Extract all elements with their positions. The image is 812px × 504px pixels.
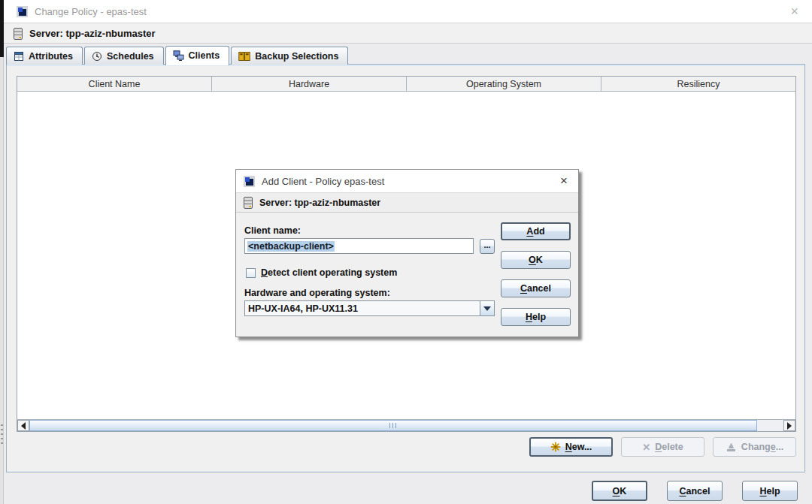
tab-attributes[interactable]: Attributes — [6, 47, 83, 65]
dialog-close-icon[interactable]: × — [557, 174, 571, 188]
dialog-ok-label: OK — [529, 255, 543, 265]
browse-button[interactable]: ... — [480, 239, 495, 254]
hardware-os-value: HP-UX-IA64, HP-UX11.31 — [248, 303, 358, 314]
hardware-os-select[interactable]: HP-UX-IA64, HP-UX11.31 — [244, 300, 495, 316]
window-title: Change Policy - epas-test — [35, 6, 147, 17]
tab-label: Schedules — [107, 51, 154, 62]
column-header-client-name[interactable]: Client Name — [17, 77, 212, 91]
tab-label: Backup Selections — [255, 51, 338, 62]
tab-label: Clients — [189, 50, 220, 61]
tab-clients[interactable]: Clients — [165, 46, 230, 65]
server-icon — [14, 28, 23, 40]
client-action-buttons: New... ✕ Delete Change... — [529, 437, 796, 457]
cancel-button[interactable]: Cancel — [667, 481, 723, 501]
server-bar: Server: tpp-aziz-nbumaster — [4, 24, 812, 44]
scrollbar-thumb[interactable] — [29, 420, 757, 431]
column-header-resiliency[interactable]: Resiliency — [601, 77, 795, 91]
backup-selections-icon — [238, 51, 250, 62]
scroll-right-button[interactable] — [783, 420, 795, 431]
detect-os-label: Detect client operating system — [261, 267, 397, 278]
hardware-os-label: Hardware and operating system: — [244, 288, 390, 298]
add-client-dialog: Add Client - Policy epas-test × Server: … — [235, 169, 579, 337]
column-header-operating-system[interactable]: Operating System — [407, 77, 601, 91]
dialog-cancel-label: Cancel — [520, 283, 551, 294]
triangle-left-icon — [21, 422, 26, 430]
client-name-value: <netbackup-client> — [247, 241, 335, 252]
tab-backup-selections[interactable]: Backup Selections — [231, 47, 348, 65]
column-header-hardware[interactable]: Hardware — [212, 77, 407, 91]
schedules-clock-icon — [92, 51, 102, 62]
add-label: Add — [526, 226, 544, 237]
window-footer: OK Cancel Help — [0, 481, 812, 501]
dialog-server-bar: Server: tpp-aziz-nbumaster — [236, 193, 578, 213]
tab-label: Attributes — [29, 51, 73, 62]
dialog-help-button[interactable]: Help — [501, 308, 571, 326]
ok-label: OK — [613, 486, 627, 496]
change-button[interactable]: Change... — [713, 437, 796, 457]
ok-button[interactable]: OK — [592, 481, 647, 501]
change-stamp-icon — [726, 442, 737, 452]
change-button-label: Change... — [741, 442, 783, 452]
dialog-title: Add Client - Policy epas-test — [262, 176, 384, 187]
help-label: Help — [759, 486, 780, 496]
netbackup-app-icon — [244, 176, 255, 187]
close-icon[interactable]: × — [787, 5, 801, 18]
delete-button-label: Delete — [655, 442, 683, 452]
attributes-table-icon — [14, 51, 24, 62]
scrollbar-track[interactable] — [29, 420, 783, 431]
cancel-label: Cancel — [680, 486, 710, 496]
netbackup-app-icon — [17, 6, 28, 17]
triangle-down-glyph — [483, 306, 491, 311]
scroll-left-button[interactable] — [17, 420, 29, 431]
background-window-scrollbar[interactable] — [0, 57, 4, 504]
delete-x-icon: ✕ — [642, 442, 650, 453]
chevron-down-icon[interactable] — [480, 301, 494, 315]
client-name-input[interactable]: <netbackup-client> — [244, 238, 474, 254]
server-icon — [244, 197, 253, 209]
tabs: Attributes Schedules Clients Backup Sele… — [6, 45, 348, 65]
dialog-body: Client name: <netbackup-client> ... Dete… — [236, 213, 578, 336]
delete-button[interactable]: ✕ Delete — [621, 437, 704, 457]
window-titlebar: Change Policy - epas-test × — [4, 0, 812, 23]
add-button[interactable]: Add — [501, 222, 571, 240]
horizontal-scrollbar[interactable] — [17, 419, 795, 431]
dialog-titlebar: Add Client - Policy epas-test × — [236, 170, 578, 193]
dialog-help-label: Help — [526, 312, 546, 322]
new-starburst-icon — [550, 442, 561, 452]
dialog-server-label: Server: tpp-aziz-nbumaster — [259, 198, 380, 208]
new-button[interactable]: New... — [529, 437, 613, 457]
triangle-right-icon — [787, 422, 792, 430]
dialog-cancel-button[interactable]: Cancel — [501, 279, 571, 297]
clients-computers-icon — [173, 50, 184, 61]
detect-os-checkbox[interactable] — [246, 268, 256, 278]
dialog-ok-button[interactable]: OK — [501, 251, 571, 269]
client-name-label: Client name: — [244, 225, 301, 236]
tab-schedules[interactable]: Schedules — [84, 47, 164, 65]
server-label: Server: tpp-aziz-nbumaster — [29, 28, 156, 39]
new-button-label: New... — [565, 442, 592, 452]
help-button[interactable]: Help — [742, 481, 798, 501]
table-header-row: Client Name Hardware Operating System Re… — [17, 77, 795, 92]
